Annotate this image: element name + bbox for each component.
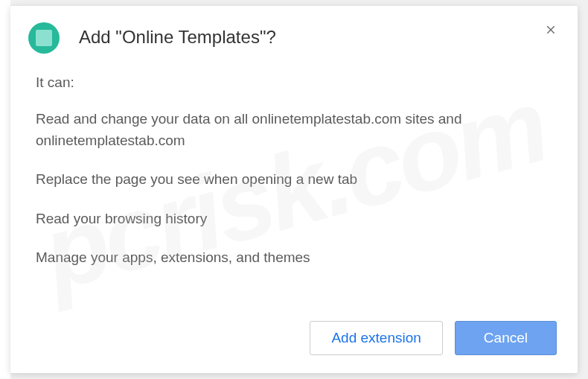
permission-item: Read your browsing history xyxy=(36,208,552,230)
close-button[interactable] xyxy=(542,21,560,39)
extension-install-dialog: pcrisk.com Add "Online Templates"? It ca… xyxy=(10,6,578,373)
dialog-title: Add "Online Templates"? xyxy=(79,22,560,48)
add-extension-button[interactable]: Add extension xyxy=(310,321,442,355)
dialog-actions: Add extension Cancel xyxy=(10,312,578,373)
cancel-button[interactable]: Cancel xyxy=(455,321,557,355)
dialog-header: Add "Online Templates"? xyxy=(10,6,578,61)
permission-item: Read and change your data on all onlinet… xyxy=(36,109,552,151)
permission-item: Manage your apps, extensions, and themes xyxy=(36,247,552,269)
dialog-content: It can: Read and change your data on all… xyxy=(10,61,578,312)
background-page-fragment xyxy=(0,0,10,379)
extension-icon xyxy=(28,22,60,54)
close-icon xyxy=(545,24,557,36)
permission-item: Replace the page you see when opening a … xyxy=(36,169,552,191)
permissions-intro: It can: xyxy=(36,74,552,91)
extension-icon-inner xyxy=(36,30,52,46)
